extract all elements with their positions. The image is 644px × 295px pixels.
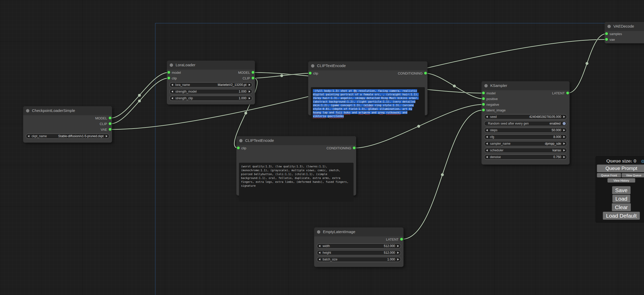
increment-arrow-icon[interactable] — [106, 135, 107, 137]
output-slot-dot[interactable] — [252, 71, 254, 74]
strength-clip-widget[interactable]: strength_clip 1.000 — [169, 96, 252, 101]
decrement-arrow-icon[interactable] — [486, 129, 488, 131]
increment-arrow-icon[interactable] — [563, 143, 565, 145]
node-title-bar[interactable]: LoraLoader — [167, 61, 255, 70]
node-collapse-dot[interactable] — [170, 63, 173, 67]
ckpt-name-widget[interactable]: ckpt_name Stable-diffusion/v1-5-pruned.c… — [26, 134, 109, 139]
increment-arrow-icon[interactable] — [397, 258, 399, 260]
node-vae-decode[interactable]: VAEDecode samples vae — [605, 22, 644, 43]
cfg-widget[interactable]: cfg 8.000 — [484, 134, 567, 140]
input-slot-dot[interactable] — [482, 109, 485, 111]
increment-arrow-icon[interactable] — [249, 84, 250, 86]
node-ksampler[interactable]: KSampler model LATENT positive negative … — [482, 81, 570, 165]
view-queue-button[interactable]: View Queue — [622, 173, 644, 177]
positive-prompt-textarea[interactable]: (full body:1.3) shot at 8k resolution, f… — [311, 87, 425, 122]
settings-gear-icon[interactable]: ⚙ — [641, 158, 644, 165]
input-slot-dot[interactable] — [605, 38, 608, 41]
output-slot-dot[interactable] — [400, 238, 403, 241]
increment-arrow-icon[interactable] — [249, 91, 250, 93]
input-slot-dot[interactable] — [482, 97, 485, 100]
scheduler-widget[interactable]: scheduler karras — [484, 148, 567, 153]
slot-row: clip CONDITIONING — [308, 70, 427, 76]
output-slot-dot[interactable] — [109, 128, 111, 131]
node-clip-text-encode-negative[interactable]: CLIPTextEncode clip CONDITIONING (worst … — [236, 136, 356, 195]
toggle-indicator-dot[interactable] — [563, 122, 566, 125]
queue-front-button[interactable]: Queue Front — [597, 173, 621, 177]
denoise-widget[interactable]: denoise 0.750 — [484, 154, 567, 160]
increment-arrow-icon[interactable] — [397, 252, 399, 254]
output-slot-dot[interactable] — [109, 122, 111, 125]
strength-model-widget[interactable]: strength_model 1.000 — [169, 89, 252, 94]
node-title-bar[interactable]: CLIPTextEncode — [308, 61, 427, 70]
node-title-bar[interactable]: EmptyLatentImage — [314, 227, 403, 236]
increment-arrow-icon[interactable] — [563, 136, 565, 138]
height-widget[interactable]: height 512.000 — [317, 250, 401, 255]
node-collapse-dot[interactable] — [26, 109, 29, 112]
node-collapse-dot[interactable] — [311, 64, 314, 68]
increment-arrow-icon[interactable] — [563, 129, 565, 131]
decrement-arrow-icon[interactable] — [486, 116, 488, 118]
clear-button[interactable]: Clear — [612, 203, 631, 211]
decrement-arrow-icon[interactable] — [319, 258, 320, 260]
width-widget[interactable]: width 512.000 — [317, 243, 401, 249]
increment-arrow-icon[interactable] — [563, 116, 565, 118]
increment-arrow-icon[interactable] — [249, 97, 250, 99]
input-slot-dot[interactable] — [605, 32, 608, 35]
output-slot-dot[interactable] — [566, 92, 569, 94]
increment-arrow-icon[interactable] — [563, 156, 565, 158]
node-checkpoint-loader[interactable]: CheckpointLoaderSimple MODEL CLIP VAE ck… — [23, 106, 112, 143]
load-default-button[interactable]: Load Default — [603, 212, 640, 220]
slot-row: latent_image — [482, 107, 570, 113]
input-label: negative — [486, 103, 499, 106]
input-slot-dot[interactable] — [167, 71, 170, 74]
decrement-arrow-icon[interactable] — [486, 136, 488, 138]
output-slot-dot[interactable] — [353, 146, 356, 149]
input-slot-dot[interactable] — [237, 146, 240, 149]
view-history-button[interactable]: View History — [607, 178, 635, 183]
input-slot-dot[interactable] — [167, 77, 170, 79]
random-seed-toggle[interactable]: Random seed after every gen enabled — [484, 121, 567, 126]
node-empty-latent-image[interactable]: EmptyLatentImage LATENT width 512.000 he… — [314, 227, 403, 267]
node-collapse-dot[interactable] — [484, 84, 488, 87]
node-collapse-dot[interactable] — [317, 230, 320, 234]
decrement-arrow-icon[interactable] — [319, 245, 320, 247]
node-clip-text-encode-positive[interactable]: CLIPTextEncode clip CONDITIONING (full b… — [308, 61, 427, 115]
input-slot-dot[interactable] — [309, 72, 312, 75]
decrement-arrow-icon[interactable] — [171, 97, 173, 99]
node-graph-canvas[interactable]: CheckpointLoaderSimple MODEL CLIP VAE ck… — [0, 0, 644, 295]
decrement-arrow-icon[interactable] — [171, 84, 173, 86]
node-lora-loader[interactable]: LoraLoader model MODEL clip CLIP lora_na… — [167, 61, 255, 104]
decrement-arrow-icon[interactable] — [486, 143, 488, 145]
increment-arrow-icon[interactable] — [563, 149, 565, 151]
output-slot-dot[interactable] — [252, 77, 254, 79]
output-slot-dot[interactable] — [109, 117, 111, 119]
node-collapse-dot[interactable] — [607, 25, 611, 28]
node-title-bar[interactable]: VAEDecode — [605, 22, 644, 31]
node-title: EmptyLatentImage — [323, 230, 355, 234]
queue-prompt-button[interactable]: Queue Prompt — [597, 165, 644, 172]
lora-name-widget[interactable]: lora_name MarietteV2_13200.pt — [169, 82, 252, 87]
node-title-bar[interactable]: KSampler — [482, 81, 570, 90]
batch-size-widget[interactable]: batch_size 1.000 — [317, 257, 401, 262]
input-label: model — [486, 91, 495, 95]
decrement-arrow-icon[interactable] — [28, 135, 29, 137]
steps-widget[interactable]: steps 50.000 — [484, 128, 567, 133]
node-collapse-dot[interactable] — [239, 139, 243, 142]
sampler-name-widget[interactable]: sampler_name dpmpp_sde — [484, 141, 567, 146]
node-title-bar[interactable]: CheckpointLoaderSimple — [23, 106, 112, 115]
input-slot-dot[interactable] — [482, 103, 485, 106]
seed-widget[interactable]: seed 424048028278105.000 — [484, 114, 567, 119]
decrement-arrow-icon[interactable] — [486, 149, 488, 151]
increment-arrow-icon[interactable] — [397, 245, 399, 247]
widget-value: 1.000 — [387, 258, 395, 261]
node-title-bar[interactable]: CLIPTextEncode — [236, 136, 356, 145]
negative-prompt-textarea[interactable]: (worst quality:1.3), (low quality:1.3), … — [239, 163, 354, 202]
decrement-arrow-icon[interactable] — [319, 252, 320, 254]
output-slot-dot[interactable] — [424, 72, 427, 75]
load-button[interactable]: Load — [612, 195, 631, 203]
widget-value: 0.750 — [553, 155, 561, 159]
decrement-arrow-icon[interactable] — [171, 91, 173, 93]
input-slot-dot[interactable] — [482, 92, 485, 94]
save-button[interactable]: Save — [612, 186, 631, 194]
decrement-arrow-icon[interactable] — [486, 156, 488, 158]
